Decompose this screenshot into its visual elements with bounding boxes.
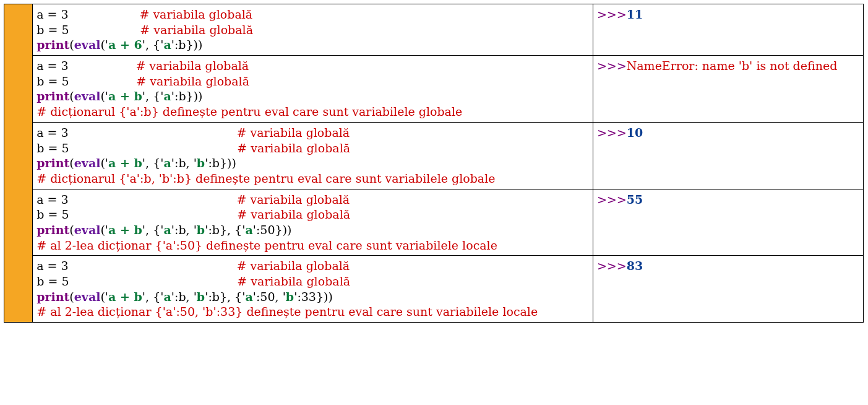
example-row: a = 3 # variabila globală b = 5 # variab… (4, 189, 864, 256)
code-cell: a = 3 # variabila globală b = 5 # variab… (33, 189, 593, 256)
example-row: a = 3 # variabila globală b = 5 # variab… (4, 122, 864, 189)
example-row: a = 3 # variabila globală b = 5 # variab… (4, 4, 864, 56)
output-cell: >>>55 (593, 189, 863, 256)
code-cell: a = 3 # variabila globală b = 5 # variab… (33, 256, 593, 323)
code-cell: a = 3 # variabila globală b = 5 # variab… (33, 4, 593, 56)
output-cell: >>>10 (593, 122, 863, 189)
code-examples-table: a = 3 # variabila globală b = 5 # variab… (4, 4, 864, 323)
output-cell: >>>83 (593, 256, 863, 323)
orange-stripe (4, 4, 33, 323)
code-cell: a = 3 # variabila globală b = 5 # variab… (33, 122, 593, 189)
example-row: a = 3 # variabila globală b = 5 # variab… (4, 256, 864, 323)
output-cell: >>>11 (593, 4, 863, 56)
code-cell: a = 3 # variabila globală b = 5 # variab… (33, 56, 593, 123)
example-row: a = 3 # variabila globală b = 5 # variab… (4, 56, 864, 123)
output-cell: >>>NameError: name 'b' is not defined (593, 56, 863, 123)
